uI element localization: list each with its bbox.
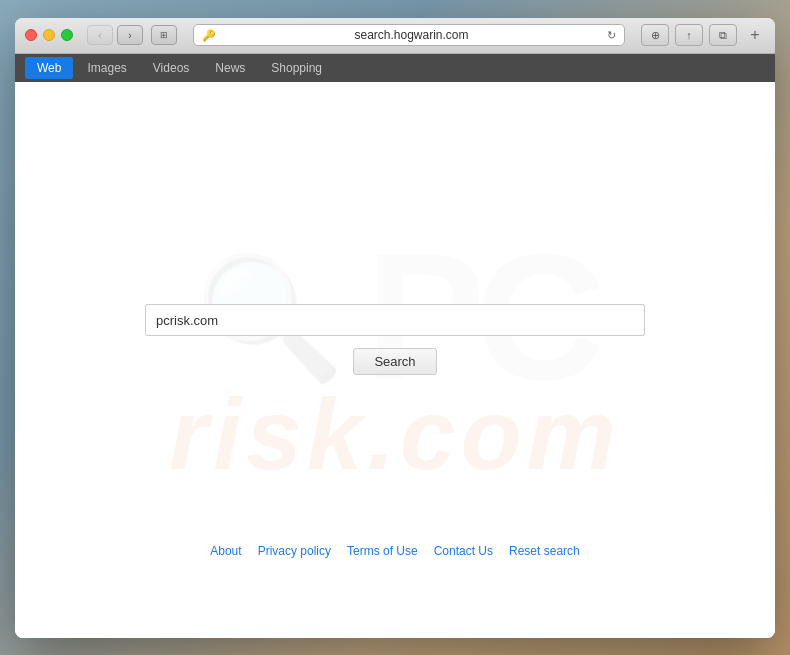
footer-links: About Privacy policy Terms of Use Contac… [15,544,775,558]
title-bar: ‹ › ⊞ 🔑 search.hogwarin.com ↻ ⊕ ↑ ⧉ + [15,18,775,54]
tab-web[interactable]: Web [25,57,73,79]
close-button[interactable] [25,29,37,41]
footer-contact[interactable]: Contact Us [434,544,493,558]
share-button[interactable]: ↑ [675,24,703,46]
back-button[interactable]: ‹ [87,25,113,45]
url-text: search.hogwarin.com [222,28,601,42]
tab-shopping[interactable]: Shopping [259,57,334,79]
traffic-lights [25,29,73,41]
tab-videos[interactable]: Videos [141,57,201,79]
footer-privacy[interactable]: Privacy policy [258,544,331,558]
refresh-button[interactable]: ↻ [607,29,616,42]
tabs-button[interactable]: ⧉ [709,24,737,46]
tab-images[interactable]: Images [75,57,138,79]
nav-bar: Web Images Videos News Shopping [15,54,775,82]
nav-buttons: ‹ › [87,25,143,45]
footer-reset[interactable]: Reset search [509,544,580,558]
search-input[interactable] [145,304,645,336]
address-bar[interactable]: 🔑 search.hogwarin.com ↻ [193,24,625,46]
lock-icon: 🔑 [202,29,216,42]
footer-terms[interactable]: Terms of Use [347,544,418,558]
page-content: 🔍 PC risk.com Search About Privacy polic… [15,82,775,638]
minimize-button[interactable] [43,29,55,41]
forward-button[interactable]: › [117,25,143,45]
search-input-wrapper [145,304,645,336]
view-button[interactable]: ⊞ [151,25,177,45]
maximize-button[interactable] [61,29,73,41]
add-tab-button[interactable]: + [745,25,765,45]
extensions-button[interactable]: ⊕ [641,24,669,46]
browser-window: ‹ › ⊞ 🔑 search.hogwarin.com ↻ ⊕ ↑ ⧉ + We… [15,18,775,638]
footer-about[interactable]: About [210,544,241,558]
toolbar-right: ⊕ ↑ ⧉ [641,24,737,46]
search-button[interactable]: Search [353,348,436,375]
tab-news[interactable]: News [203,57,257,79]
